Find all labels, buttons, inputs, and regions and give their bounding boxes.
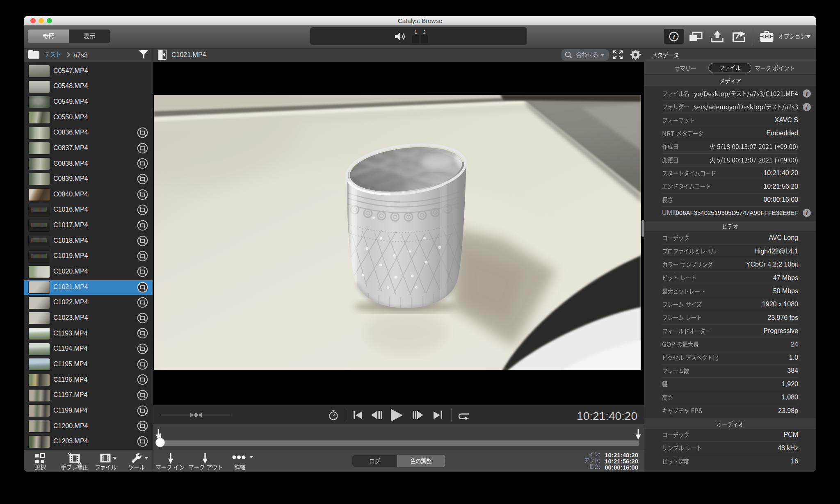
svg-text:i: i <box>673 34 675 40</box>
